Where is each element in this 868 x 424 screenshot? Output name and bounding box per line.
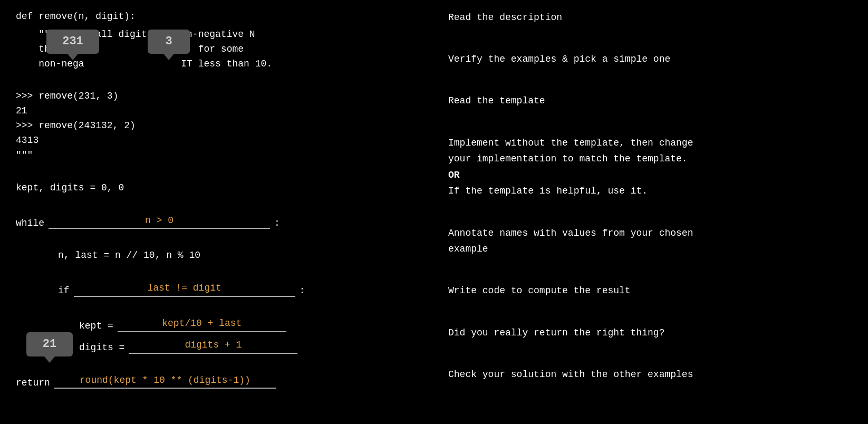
step6-text: Write code to compute the result [448,283,852,299]
step-return-check: Did you really return the right thing? [448,325,852,341]
step4b-text: your implementation to match the templat… [448,151,852,167]
example-2-prompt: >>> remove(243132, 2) [16,119,417,133]
step4or-text: OR [448,167,852,184]
step2-text: Verify the examples & pick a simple one [448,51,852,68]
kept-assign-label: kept = [79,319,113,334]
bubble-3: 3 [148,30,190,54]
digits-assign-label: digits = [79,341,124,355]
return-value: round(kept * 10 ** (digits-1)) [54,373,276,389]
if-condition: last != digit [74,281,295,297]
step5a-text: Annotate names with values from your cho… [448,225,852,242]
step7-text: Did you really return the right thing? [448,325,852,341]
example-1: >>> remove(231, 3) 21 >>> remove(243132,… [16,89,417,162]
kept-assign-line: kept = kept/10 + last [16,316,417,334]
return-line: return round(kept * 10 ** (digits-1)) [16,373,417,391]
if-line: if last != digit : [16,281,417,298]
while-line: while n > 0 : [16,214,417,231]
step-annotate: Annotate names with values from your cho… [448,225,852,257]
bubble-3-value: 3 [165,35,172,48]
while-condition: n > 0 [49,214,270,229]
step5b-text: example [448,241,852,257]
step1-text: Read the description [448,9,852,26]
step3-text: Read the template [448,93,852,109]
step-read-template: Read the template [448,93,852,109]
example-1-result: 21 [16,104,417,119]
step4c-text: If the template is helpful, use it. [448,183,852,199]
step-write-code: Write code to compute the result [448,283,852,299]
bubble-21-value: 21 [43,338,56,351]
return-keyword: return [16,376,50,391]
kept-digits-line: kept, digits = 0, 0 [16,181,417,196]
if-keyword: if [58,284,70,298]
while-keyword: while [16,216,44,231]
bubble-231-value: 231 [62,35,83,48]
kept-digits-init: kept, digits = 0, 0 [16,181,417,196]
digits-value: digits + 1 [129,338,297,354]
step-implement: Implement without the template, then cha… [448,135,852,199]
left-panel: 231 3 def remove(n, digit): """Return al… [0,0,432,424]
step4a-text: Implement without the template, then cha… [448,135,852,151]
if-colon: : [300,284,305,298]
kept-value: kept/10 + last [118,316,286,332]
step-check-solution: Check your solution with the other examp… [448,367,852,383]
step-read-description: Read the description [448,9,852,26]
example-2-result: 4313 [16,133,417,148]
bubble-231: 231 [46,30,99,54]
docstring-end: """ [16,148,417,163]
n-last-assign: n, last = n // 10, n % 10 [58,248,417,263]
def-keyword: def remove(n, digit): [16,9,417,24]
digits-assign-line: digits = digits + 1 [16,338,417,355]
def-line: def remove(n, digit): [16,9,417,24]
right-panel: Read the description Verify the examples… [432,0,868,424]
n-last-line: n, last = n // 10, n % 10 [16,248,417,263]
step8-text: Check your solution with the other examp… [448,367,852,383]
bubble-21: 21 [26,332,73,356]
step-verify-examples: Verify the examples & pick a simple one [448,51,852,68]
example-1-prompt: >>> remove(231, 3) [16,89,417,104]
while-colon: : [274,216,280,231]
